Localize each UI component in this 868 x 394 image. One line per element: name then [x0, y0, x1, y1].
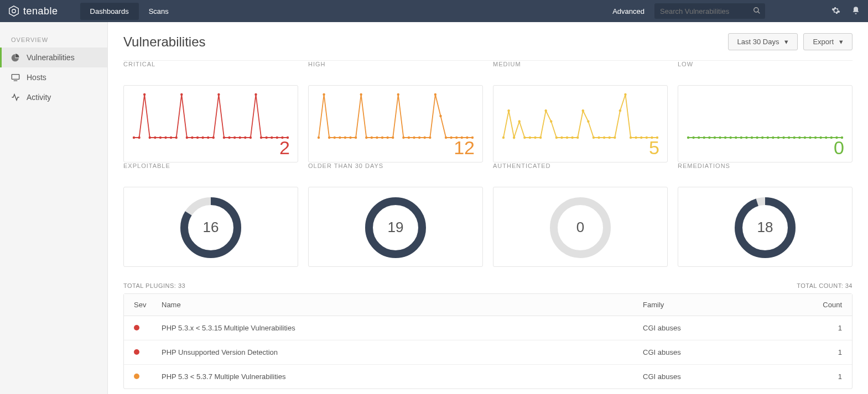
svg-point-21	[212, 136, 215, 139]
search-input[interactable]	[660, 7, 753, 15]
svg-point-11	[159, 136, 162, 139]
card-older[interactable]: 19	[308, 187, 483, 267]
card-low[interactable]: 0	[678, 85, 853, 162]
svg-point-96	[687, 136, 689, 139]
sidebar-item-activity[interactable]: Activity	[0, 87, 107, 107]
svg-point-88	[619, 109, 621, 112]
svg-point-87	[614, 136, 616, 139]
svg-point-40	[339, 136, 341, 139]
svg-point-121	[819, 136, 822, 139]
card-authenticated[interactable]: 0	[493, 187, 668, 267]
severity-dot-icon	[134, 349, 139, 355]
table-row[interactable]: PHP 5.3 < 5.3.7 Multiple Vulnerabilities…	[124, 365, 852, 388]
svg-point-57	[429, 136, 431, 139]
svg-point-105	[735, 136, 737, 139]
gear-icon[interactable]	[831, 6, 840, 17]
sidebar-item-label: Hosts	[27, 73, 46, 82]
svg-point-118	[804, 136, 806, 139]
svg-point-9	[149, 136, 151, 139]
svg-point-12	[164, 136, 167, 139]
svg-point-107	[745, 136, 747, 139]
row-count: 1	[798, 372, 842, 381]
svg-point-2	[754, 7, 758, 12]
row-family: CGI abuses	[643, 372, 798, 381]
svg-point-23	[223, 136, 225, 139]
card-critical[interactable]: 2	[123, 85, 298, 162]
svg-point-45	[365, 136, 367, 139]
pie-icon	[11, 53, 20, 62]
svg-point-119	[809, 136, 811, 139]
svg-point-24	[228, 136, 230, 139]
card-remediations[interactable]: 18	[678, 187, 853, 267]
svg-point-44	[360, 93, 362, 96]
search-icon[interactable]	[753, 7, 761, 16]
column-name[interactable]: Name	[162, 301, 643, 309]
card-high[interactable]: 12	[308, 85, 483, 162]
svg-point-104	[729, 136, 731, 139]
svg-point-68	[513, 136, 515, 139]
svg-point-52	[402, 136, 404, 139]
svg-point-59	[439, 115, 441, 117]
brand-name: tenable	[23, 6, 58, 17]
bell-icon[interactable]	[851, 6, 860, 17]
search-box[interactable]	[654, 3, 765, 19]
sidebar-item-hosts[interactable]: Hosts	[0, 67, 107, 87]
svg-point-25	[233, 136, 236, 139]
svg-point-33	[276, 136, 278, 139]
card-label-high: HIGH	[308, 61, 326, 67]
svg-point-83	[592, 136, 595, 139]
svg-point-85	[603, 136, 605, 139]
svg-point-122	[825, 136, 827, 139]
column-sev[interactable]: Sev	[134, 301, 162, 309]
total-count-label: TOTAL COUNT: 34	[797, 282, 853, 289]
table-row[interactable]: PHP 5.3.x < 5.3.15 Multiple Vulnerabilit…	[124, 316, 852, 340]
svg-point-55	[418, 136, 420, 139]
row-count: 1	[798, 324, 842, 332]
svg-point-36	[318, 136, 320, 139]
svg-point-103	[724, 136, 726, 139]
svg-marker-0	[9, 6, 19, 16]
brand-logo[interactable]: tenable	[8, 5, 58, 17]
svg-point-17	[191, 136, 193, 139]
svg-point-115	[788, 136, 790, 139]
column-count[interactable]: Count	[798, 301, 842, 309]
sparkline-medium	[500, 91, 661, 141]
export-button[interactable]: Export ▾	[803, 33, 853, 50]
card-label-remed: REMEDIATIONS	[678, 162, 730, 169]
svg-point-38	[328, 136, 330, 139]
nav-dashboards[interactable]: Dashboards	[80, 3, 139, 20]
svg-point-106	[740, 136, 742, 139]
nav-scans[interactable]: Scans	[139, 3, 179, 20]
svg-point-73	[539, 136, 542, 139]
card-label-critical: CRITICAL	[123, 61, 155, 67]
table-row[interactable]: PHP Unsupported Version DetectionCGI abu…	[124, 340, 852, 365]
caret-down-icon: ▾	[784, 38, 788, 46]
row-name: PHP 5.3.x < 5.3.15 Multiple Vulnerabilit…	[162, 324, 643, 332]
svg-point-39	[334, 136, 336, 139]
svg-point-112	[772, 136, 774, 139]
svg-point-53	[408, 136, 410, 139]
advanced-link[interactable]: Advanced	[612, 7, 644, 15]
row-name: PHP 5.3 < 5.3.7 Multiple Vulnerabilities	[162, 372, 643, 381]
column-family[interactable]: Family	[643, 301, 798, 309]
card-medium[interactable]: 5	[493, 85, 668, 162]
svg-point-28	[250, 136, 252, 139]
svg-point-31	[265, 136, 267, 139]
card-exploitable[interactable]: 16	[123, 187, 298, 267]
value-medium: 5	[649, 137, 659, 159]
svg-point-58	[434, 93, 436, 96]
date-range-button[interactable]: Last 30 Days ▾	[728, 33, 798, 50]
value-exploitable: 16	[178, 195, 244, 261]
svg-point-89	[624, 93, 626, 96]
svg-point-22	[217, 93, 220, 96]
row-name: PHP Unsupported Version Detection	[162, 348, 643, 356]
svg-point-81	[582, 109, 584, 112]
date-range-label: Last 30 Days	[737, 38, 779, 46]
severity-dot-icon	[134, 374, 139, 379]
sidebar-item-label: Vulnerabilities	[27, 53, 75, 62]
svg-point-49	[386, 136, 388, 139]
svg-point-86	[609, 136, 611, 139]
sparkline-high	[315, 91, 476, 141]
sidebar-item-vulnerabilities[interactable]: Vulnerabilities	[0, 48, 107, 67]
svg-point-90	[630, 136, 632, 139]
